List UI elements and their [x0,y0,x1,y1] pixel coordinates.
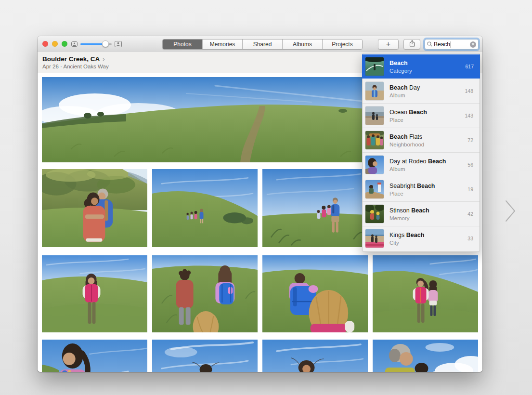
tab-projects[interactable]: Projects [323,40,362,49]
photos-app-window: PhotosMemoriesSharedAlbumsProjects + Bea… [38,36,482,372]
window-titlebar[interactable]: PhotosMemoriesSharedAlbumsProjects + Bea… [38,36,482,53]
result-thumbnail-trees-kids [365,205,384,223]
result-title: Day at Rodeo Beach [389,158,446,165]
result-title: Kings Beach [389,232,424,238]
result-count: 143 [465,113,473,118]
result-title: Stinson Beach [389,207,429,214]
search-result-row[interactable]: Ocean BeachPlace143 [363,103,480,128]
share-button[interactable] [403,39,420,50]
share-icon [409,40,415,49]
result-category: Album [389,92,420,98]
search-result-row[interactable]: Seabright BeachPlace19 [363,177,480,201]
search-results-dropdown: BeachCategory617 Beach DayAlbum148 Ocean… [362,53,480,252]
photo-family-descending-hill-distant[interactable] [152,169,258,247]
search-result-row[interactable]: BeachCategory617 [362,54,480,79]
photo-woman-head-sky[interactable] [262,340,368,372]
result-count: 33 [467,236,473,241]
photo-family-walking-toward-camera[interactable] [262,169,368,247]
result-title: Beach [389,60,412,66]
result-text: BeachCategory [389,60,412,74]
zoom-slider[interactable] [80,43,112,45]
result-count: 72 [467,137,473,143]
zoom-large-photo-icon[interactable] [115,41,122,47]
photo-girl-blonde-backpack-closeup[interactable] [262,255,368,332]
result-category: Place [389,191,435,197]
search-text: Beach [434,41,450,48]
result-thumbnail-boy-sand [365,82,384,100]
result-category: Neighborhood [389,142,424,147]
search-result-row[interactable]: Day at Rodeo BeachAlbum56 [363,152,480,177]
result-category: Album [389,166,446,172]
next-screenshot-button[interactable] [504,198,517,224]
result-count: 19 [467,186,473,192]
result-title: Seabright Beach [389,183,435,189]
result-category: City [389,240,424,246]
result-thumbnail-wave [365,57,384,76]
result-count: 56 [467,162,473,168]
desktop-background: PhotosMemoriesSharedAlbumsProjects + Bea… [0,0,532,395]
add-button[interactable]: + [378,39,399,50]
tab-photos[interactable]: Photos [163,40,203,49]
result-category: Place [389,117,427,123]
moment-date-place: Apr 26 · Ancient Oaks Way [42,64,109,69]
result-thumbnail-beach-mat [365,229,384,248]
zoom-slider-thumb[interactable] [102,40,109,47]
search-icon [427,40,432,49]
photo-kids-walking-away-backpack[interactable] [152,255,258,332]
result-title: Ocean Beach [389,109,427,116]
result-count: 42 [467,211,473,217]
result-text: Beach FlatsNeighborhood [389,133,424,147]
close-button[interactable] [42,41,48,47]
result-thumbnail-lighthouse [365,180,384,198]
photo-couple-hugging-hillside[interactable] [42,169,147,247]
result-count: 617 [465,64,474,69]
disclosure-chevron-icon: › [103,55,104,63]
photo-hiker-head-sky[interactable] [152,340,258,372]
search-result-row[interactable]: Beach DayAlbum148 [363,79,480,103]
zoom-small-photo-icon[interactable] [71,41,78,47]
view-tab-bar: PhotosMemoriesSharedAlbumsProjects [162,39,363,50]
result-text: Seabright BeachPlace [389,183,435,197]
photo-two-girls-walking-hillside[interactable] [373,255,478,332]
result-category: Memory [389,215,429,221]
minimize-button[interactable] [52,41,58,47]
result-thumbnail-girl-profile [365,156,384,174]
search-input[interactable]: Beach ✕ [425,39,479,50]
result-thumbnail-beach-walk [365,106,384,125]
traffic-lights [42,41,67,47]
result-text: Beach DayAlbum [389,84,420,98]
photo-row [42,255,478,332]
search-result-row[interactable]: Beach FlatsNeighborhood72 [363,128,480,152]
photo-girl-ponytail-sky[interactable] [42,340,147,372]
photo-row [42,340,478,372]
tab-albums[interactable]: Albums [283,40,323,49]
result-count: 148 [465,88,473,94]
moment-location-link[interactable]: Boulder Creek, CA› [42,55,105,63]
result-thumbnail-kids-group [365,131,384,149]
result-text: Kings BeachCity [389,232,424,246]
result-text: Ocean BeachPlace [389,109,427,123]
result-title: Beach Flats [389,133,424,140]
tab-shared[interactable]: Shared [243,40,283,49]
fullscreen-button[interactable] [62,41,67,47]
tab-memories[interactable]: Memories [203,40,243,49]
photo-girl-pink-vest-hillside[interactable] [42,255,147,332]
clear-search-icon[interactable]: ✕ [470,41,476,48]
search-result-row[interactable]: Kings BeachCity33 [363,226,480,250]
thumbnail-zoom-control [71,36,122,52]
result-text: Stinson BeachMemory [389,207,429,221]
result-category: Category [389,68,412,74]
chevron-right-icon [504,217,517,225]
result-text: Day at Rodeo BeachAlbum [389,158,446,172]
moment-location-text: Boulder Creek, CA [42,55,100,63]
search-result-row[interactable]: Stinson BeachMemory42 [363,201,480,226]
photo-man-carrying-child-sky[interactable] [373,340,478,372]
result-title: Beach Day [389,84,420,91]
text-cursor [451,41,451,48]
